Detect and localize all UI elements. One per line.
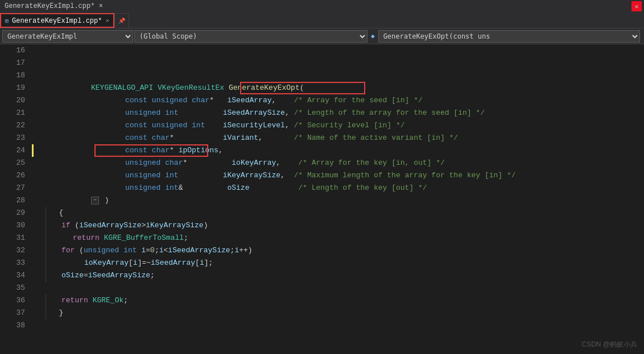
code-line-24: const char* ipOptions, [34, 144, 644, 157]
line-29: 29 [0, 207, 25, 219]
code-line-23: const char* iVariant, /* Name of the act… [34, 132, 644, 144]
line-17: 17 [0, 57, 25, 69]
editor: 16 17 18 19 20 21 22 23 24 25 26 27 28 2… [0, 44, 644, 354]
line-18: 18 [0, 69, 25, 82]
code-line-21: unsigned int iSeedArraySize, /* Length o… [34, 107, 644, 119]
line-24: 24 [0, 144, 25, 157]
line-34: 34 [0, 269, 25, 282]
tab-close-button[interactable]: × [105, 18, 109, 24]
scope-selector[interactable]: (Global Scope) [134, 30, 368, 43]
code-line-34: oSize= iSeedArraySize; [34, 269, 644, 282]
tab-label: GenerateKeyExImpl.cpp* [12, 17, 102, 25]
tab-main[interactable]: ⊞ GenerateKeyExImpl.cpp* × [0, 13, 114, 28]
function-selector[interactable]: GenerateKeyExOpt(const uns [378, 30, 640, 43]
scope-icon: ◆ [369, 32, 377, 40]
line-38: 38 [0, 319, 25, 332]
code-line-25: unsigned char* ioKeyArray, /* Array for … [34, 157, 644, 169]
func-generatekeyexopt: GenerateKeyExOpt [229, 82, 300, 94]
line-19: 19 [0, 82, 25, 94]
line-30: 30 [0, 219, 25, 232]
pin-icon: 📌 [118, 18, 125, 24]
code-line-33: ioKeyArray[ i]=~ iSeedArray[ i]; [34, 257, 644, 269]
line-36: 36 [0, 294, 25, 307]
file-selector[interactable]: GenerateKeyExImpl [2, 30, 133, 43]
collapse-button-28[interactable]: − [91, 197, 99, 205]
line-20: 20 [0, 94, 25, 107]
code-line-19: KEYGENALGO_API VKeyGenResultEx GenerateK… [34, 82, 644, 94]
code-line-20: const unsigned char* iSeedArray, /* Arra… [34, 94, 644, 107]
title-text: GenerateKeyExImpl.cpp* × [2, 2, 103, 10]
code-line-28: − ) [34, 194, 644, 207]
watermark: CSDN @蚂蚁小兵 [581, 340, 637, 349]
close-button[interactable]: ✕ [631, 1, 642, 11]
code-line-32: for ( unsigned int i= 0; i< iSeedArraySi… [34, 244, 644, 257]
code-line-30: if ( iSeedArraySize> iKeyArraySize) [34, 219, 644, 232]
line-33: 33 [0, 257, 25, 269]
line-23: 23 [0, 132, 25, 144]
line-31: 31 [0, 232, 25, 244]
code-line-37: } [34, 307, 644, 319]
line-28: 28 [0, 194, 25, 207]
type-vkeygenresult: VKeyGenResultEx [158, 82, 224, 94]
code-line-31: return KGRE_BufferToSmall; [34, 232, 644, 244]
code-line-36: return KGRE_Ok; [34, 294, 644, 307]
line-35: 35 [0, 282, 25, 294]
line-25: 25 [0, 157, 25, 169]
tab-bar: ⊞ GenerateKeyExImpl.cpp* × 📌 [0, 13, 644, 28]
code-line-22: const unsigned int iSecurityLevel, /* Se… [34, 119, 644, 132]
title-bar: GenerateKeyExImpl.cpp* × ✕ [0, 0, 644, 13]
nav-bar: GenerateKeyExImpl (Global Scope) ◆ Gener… [0, 28, 644, 44]
code-line-18 [34, 69, 644, 82]
code-line-17 [34, 57, 644, 69]
line-21: 21 [0, 107, 25, 119]
code-line-35 [34, 282, 644, 294]
line-number-gutter: 16 17 18 19 20 21 22 23 24 25 26 27 28 2… [0, 44, 30, 354]
line-27: 27 [0, 182, 25, 194]
line-22: 22 [0, 119, 25, 132]
code-line-27: unsigned int& oSize /* Length of the key… [34, 182, 644, 194]
macro-keygenalgo: KEYGENALGO_API [91, 82, 153, 94]
line-26: 26 [0, 169, 25, 182]
line-16: 16 [0, 44, 25, 57]
tab-icon: ⊞ [5, 18, 9, 24]
code-line-26: unsigned int iKeyArraySize, /* Maximum l… [34, 169, 644, 182]
code-content: KEYGENALGO_API VKeyGenResultEx GenerateK… [30, 44, 644, 354]
code-line-16 [34, 44, 644, 57]
tab-pin[interactable]: 📌 [114, 13, 129, 28]
window-controls: ✕ [631, 1, 642, 11]
line-37: 37 [0, 307, 25, 319]
code-line-29: { [34, 207, 644, 219]
code-line-38 [34, 319, 644, 332]
line-32: 32 [0, 244, 25, 257]
